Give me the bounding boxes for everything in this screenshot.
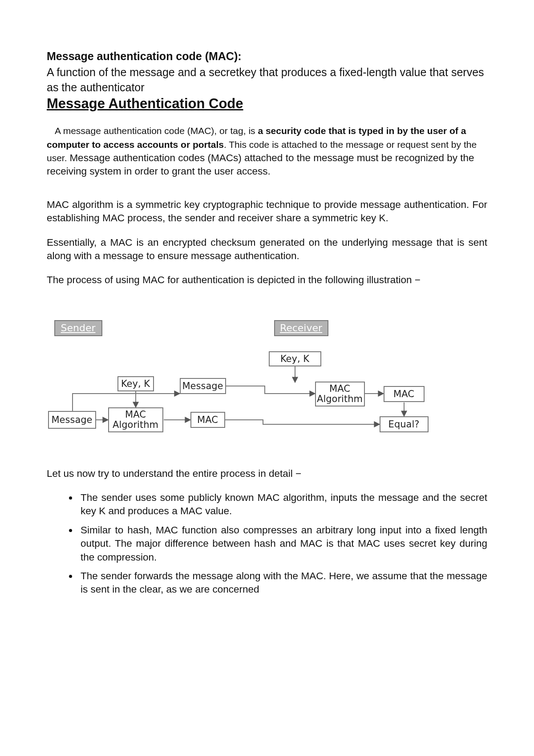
heading-mac: Message authentication code (MAC): [47, 49, 487, 64]
paragraph-2: MAC algorithm is a symmetric key cryptog… [47, 198, 487, 225]
diagram-receiver-key: Key, K [269, 351, 321, 366]
p1-tail: Message authentication codes (MACs) atta… [47, 152, 474, 177]
macalg-line1: MAC [125, 410, 146, 420]
macalg-line2: Algorithm [113, 420, 158, 430]
paragraph-3: Essentially, a MAC is an encrypted check… [47, 236, 487, 263]
diagram-receiver-macalg: MAC Algorithm [315, 382, 365, 406]
receiver-macalg-line1: MAC [329, 384, 350, 394]
diagram-sender-label: Sender [54, 320, 102, 336]
diagram-receiver-label: Receiver [274, 320, 328, 336]
mac-diagram: Sender Receiver Key, K MAC Algorithm Mes… [48, 320, 486, 445]
p1-prefix: A message authentication code (MAC), or … [55, 126, 258, 136]
diagram-sender-macalg: MAC Algorithm [108, 407, 163, 432]
section-title: Message Authentication Code [47, 96, 487, 112]
diagram-receiver-mac: MAC [384, 386, 425, 402]
bullet-3: The sender forwards the message along wi… [78, 569, 487, 597]
diagram-sender-message: Message [48, 411, 96, 429]
bullet-2: Similar to hash, MAC function also compr… [78, 524, 487, 564]
diagram-center-message: Message [180, 378, 226, 394]
paragraph-1: A message authentication code (MAC), or … [47, 124, 487, 179]
bullet-list: The sender uses some publicly known MAC … [47, 491, 487, 597]
paragraph-4: The process of using MAC for authenticat… [47, 273, 487, 287]
bullet-1: The sender uses some publicly known MAC … [78, 491, 487, 518]
diagram-equal: Equal? [380, 416, 429, 432]
intro-line: A function of the message and a secretke… [47, 65, 487, 95]
diagram-sender-key: Key, K [117, 376, 154, 391]
after-diagram-line: Let us now try to understand the entire … [47, 467, 487, 480]
receiver-macalg-line2: Algorithm [317, 394, 363, 404]
document-page: Message authentication code (MAC): A fun… [0, 0, 534, 646]
diagram-sender-mac: MAC [190, 412, 225, 428]
